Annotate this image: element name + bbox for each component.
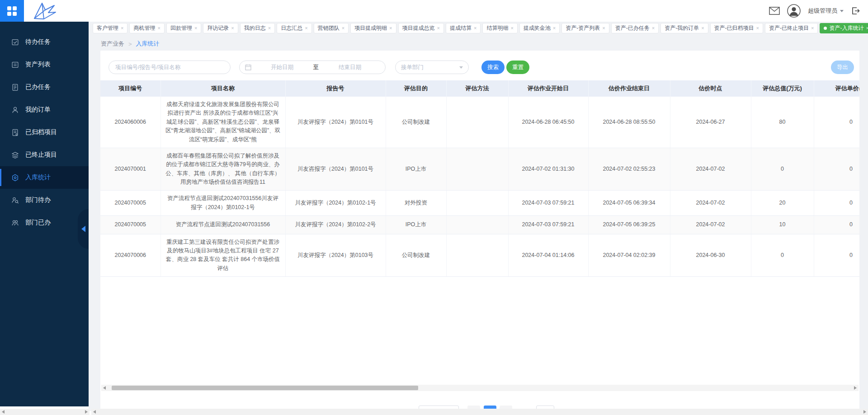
tab-close-icon[interactable]: × — [510, 26, 513, 31]
cell-start: 2024-07-04 01:14:06 — [508, 234, 588, 277]
sidebar: 待办任务资产列表已办任务我的订单已归档项目已终止项目入库统计部门待办部门已办 — [0, 22, 89, 406]
scroll-left-icon[interactable] — [103, 386, 106, 390]
tab-日志汇总[interactable]: 日志汇总× — [277, 23, 311, 33]
date-range-picker[interactable]: 开始日期 至 结束日期 — [239, 61, 386, 74]
cell-unit: 0 — [814, 97, 859, 148]
top-bar: 超级管理员 — [0, 0, 868, 22]
scroll-left-icon[interactable] — [2, 410, 5, 414]
keyword-search-input[interactable] — [108, 61, 231, 74]
tab-拜访记录[interactable]: 拜访记录× — [203, 23, 238, 33]
search-button[interactable]: 搜索 — [481, 61, 505, 74]
tab-回款管理[interactable]: 回款管理× — [166, 23, 201, 33]
mail-icon[interactable] — [769, 7, 780, 15]
table-row[interactable]: 2024070005资产流程节点退回测试202407031556川友评报字（20… — [100, 191, 859, 216]
sidebar-item-我的订单[interactable]: 我的订单 — [0, 98, 89, 121]
tab-close-icon[interactable]: × — [389, 26, 392, 31]
tab-close-icon[interactable]: × — [866, 26, 868, 31]
tab-提成奖金池[interactable]: 提成奖金池× — [519, 23, 560, 33]
tab-营销团队[interactable]: 营销团队× — [314, 23, 349, 33]
tab-close-icon[interactable]: × — [268, 26, 271, 31]
sidebar-item-label: 已归档项目 — [25, 128, 57, 136]
tab-项目提成总览[interactable]: 项目提成总览× — [398, 23, 444, 33]
tab-close-icon[interactable]: × — [811, 26, 814, 31]
tab-资产-我的订单[interactable]: 资产-我的订单× — [660, 23, 708, 33]
tab-close-icon[interactable]: × — [194, 26, 197, 31]
tab-我的日志[interactable]: 我的日志× — [240, 23, 275, 33]
tab-资产-已归档项目[interactable]: 资产-已归档项目× — [710, 23, 763, 33]
tab-label: 资产-已归档项目 — [714, 24, 754, 32]
tab-商机管理[interactable]: 商机管理× — [129, 23, 164, 33]
start-date-placeholder[interactable]: 开始日期 — [261, 64, 303, 71]
end-date-placeholder[interactable]: 结束日期 — [329, 64, 371, 71]
sidebar-item-资产列表[interactable]: 资产列表 — [0, 53, 89, 76]
sidebar-item-已终止项目[interactable]: 已终止项目 — [0, 144, 89, 166]
sidebar-item-入库统计[interactable]: 入库统计 — [0, 166, 89, 189]
sidebar-item-待办任务[interactable]: 待办任务 — [0, 31, 89, 53]
export-button[interactable]: 导出 — [831, 61, 854, 74]
department-select[interactable]: 接单部门 — [395, 61, 469, 74]
tab-close-icon[interactable]: × — [701, 26, 704, 31]
tab-close-icon[interactable]: × — [553, 26, 556, 31]
cell-unit: 0 — [814, 191, 859, 216]
tab-label: 资产-我的订单 — [665, 24, 699, 32]
tab-资产-已办任务[interactable]: 资产-已办任务× — [611, 23, 659, 33]
column-header: 评估总值(万元) — [751, 80, 814, 97]
sidebar-collapse-button[interactable] — [78, 209, 89, 249]
cell-unit: 0 — [814, 234, 859, 277]
page-horizontal-scrollbar[interactable] — [91, 409, 868, 415]
tab-资产-入库统计[interactable]: 资产-入库统计× — [820, 23, 868, 33]
table-row[interactable]: 2024070005资产流程节点退回测试202407031556川友评报字（20… — [100, 216, 859, 234]
tab-close-icon[interactable]: × — [121, 26, 123, 31]
cell-point: 2024-06-30 — [670, 234, 751, 277]
scroll-left-icon[interactable] — [93, 410, 96, 414]
logout-icon[interactable] — [851, 6, 860, 15]
tab-close-icon[interactable]: × — [474, 26, 476, 31]
sidebar-item-部门已办[interactable]: 部门已办 — [0, 211, 89, 234]
cell-report: 川友评报字（2024）第0102-1号 — [285, 191, 386, 216]
chevron-down-icon[interactable] — [840, 10, 844, 12]
tab-label: 日志汇总 — [281, 24, 302, 32]
scrollbar-thumb[interactable] — [112, 386, 418, 390]
app-grid-button[interactable] — [0, 0, 24, 22]
tab-资产-已终止项目[interactable]: 资产-已终止项目× — [765, 23, 818, 33]
tab-close-icon[interactable]: × — [157, 26, 160, 31]
username[interactable]: 超级管理员 — [808, 7, 837, 15]
scroll-right-icon[interactable] — [863, 410, 866, 414]
table-row[interactable]: 2024070001成都百年春熙集团有限公司拟了解价值所涉及的位于成都市锦江区大… — [100, 148, 859, 191]
sidebar-item-已办任务[interactable]: 已办任务 — [0, 76, 89, 98]
cell-start: 2024-07-03 07:59:21 — [508, 191, 588, 216]
tab-label: 资产-已终止项目 — [769, 24, 809, 32]
tab-提成结算[interactable]: 提成结算× — [446, 23, 481, 33]
sidebar-item-label: 我的订单 — [25, 106, 51, 114]
cell-name: 成都百年春熙集团有限公司拟了解价值所涉及的位于成都市锦江区大慈寺路79号的商业、… — [160, 148, 285, 191]
sidebar-item-已归档项目[interactable]: 已归档项目 — [0, 121, 89, 144]
cell-point: 2024-06-27 — [670, 97, 751, 148]
table-row[interactable]: 2024060006成都天府绿道文化旅游发展集团股份有限公司拟进行资产出 所涉及… — [100, 97, 859, 148]
tab-close-icon[interactable]: × — [342, 26, 344, 31]
scroll-right-icon[interactable] — [854, 386, 857, 390]
cell-end: 2024-07-02 02:55:23 — [588, 148, 670, 191]
tab-close-icon[interactable]: × — [437, 26, 440, 31]
table-row[interactable]: 2024070006重庆建工第三建设有限责任公司拟资产处置涉及的牧马山项目3#地… — [100, 234, 859, 277]
tab-结算明细[interactable]: 结算明细× — [482, 23, 517, 33]
avatar[interactable] — [787, 4, 801, 18]
tab-close-icon[interactable]: × — [231, 26, 234, 31]
tab-close-icon[interactable]: × — [305, 26, 307, 31]
tab-资产-资产列表[interactable]: 资产-资产列表× — [561, 23, 609, 33]
scroll-right-icon[interactable] — [85, 410, 88, 414]
tab-close-icon[interactable]: × — [602, 26, 605, 31]
cell-point: 2024-07-02 — [670, 216, 751, 234]
tab-close-icon[interactable]: × — [756, 26, 759, 31]
archive-doc-icon — [11, 129, 19, 136]
tab-客户管理[interactable]: 客户管理× — [93, 23, 127, 33]
sidebar-item-部门待办[interactable]: 部门待办 — [0, 189, 89, 211]
tab-close-icon[interactable]: × — [652, 26, 655, 31]
breadcrumb-parent[interactable]: 资产业务 — [101, 40, 124, 48]
calendar-icon — [245, 64, 251, 70]
tab-项目提成明细[interactable]: 项目提成明细× — [350, 23, 396, 33]
reset-button[interactable]: 重置 — [506, 61, 529, 74]
sidebar-horizontal-scrollbar[interactable] — [0, 409, 90, 415]
cell-method — [446, 234, 508, 277]
table-horizontal-scrollbar[interactable] — [101, 385, 859, 391]
cell-name: 重庆建工第三建设有限责任公司拟资产处置涉及的牧马山项目3#地块总包工程项目 住宅… — [160, 234, 285, 277]
